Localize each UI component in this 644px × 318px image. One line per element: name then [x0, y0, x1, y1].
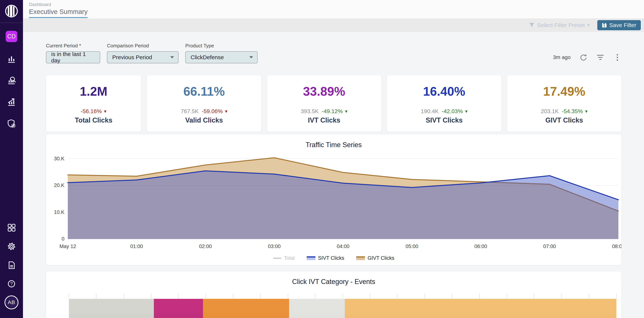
legend-item-sivt-clicks[interactable]: SIVT Clicks [307, 255, 344, 261]
app-window: CD [0, 0, 644, 318]
analytics-bars-icon[interactable] [6, 54, 16, 64]
bar-segment-2[interactable] [154, 299, 203, 318]
kpi-previous-value: 393.5K [301, 108, 318, 115]
page-title: Executive Summary [29, 8, 88, 18]
svg-text:?: ? [10, 281, 13, 287]
delta-down-icon: ▾ [585, 108, 588, 114]
chart-title: Click IVT Category - Events [46, 278, 622, 286]
delta-down-icon: ▾ [225, 108, 228, 114]
kpi-value: 1.2M [80, 85, 108, 98]
legend-label: SIVT Clicks [318, 255, 344, 261]
svg-text:08:00: 08:00 [612, 244, 622, 249]
preset-label: Select Filter Preset [537, 22, 585, 28]
legend-label: Total [284, 255, 295, 261]
svg-text:30.K: 30.K [54, 156, 64, 161]
kpi-previous-value: 767.5K [181, 108, 199, 115]
product-type-value: ClickDefense [190, 54, 224, 60]
apps-grid-icon[interactable] [6, 223, 16, 232]
filter-current-period: Current Period * is in the last 1 day [46, 43, 100, 63]
kpi-label: IVT Clicks [308, 116, 340, 124]
trend-up-icon[interactable] [6, 97, 16, 107]
current-period-field[interactable]: is in the last 1 day [46, 51, 100, 63]
current-period-value: is in the last 1 day [51, 51, 95, 64]
legend-swatch [273, 258, 281, 259]
filter-label: Comparison Period [107, 43, 178, 49]
kpi-label: GIVT Clicks [545, 116, 583, 124]
kpi-value: 66.11% [184, 85, 225, 98]
shield-settings-icon[interactable] [6, 119, 16, 128]
bar-segment-3[interactable] [203, 299, 289, 318]
legend-item-total[interactable]: Total [273, 255, 295, 261]
svg-text:02:00: 02:00 [199, 244, 212, 249]
breadcrumb: Dashboard [29, 2, 644, 7]
main-area: Dashboard Executive Summary Select Filte… [23, 0, 644, 318]
kpi-value: 17.49% [543, 85, 585, 98]
bar-gridlines [69, 294, 616, 299]
kpi-label: Total Clicks [75, 116, 112, 124]
chevron-down-icon: ▾ [588, 22, 590, 28]
kebab-menu-icon[interactable] [613, 53, 622, 61]
document-icon[interactable] [6, 260, 16, 270]
dropdown-caret-icon [249, 56, 253, 58]
svg-text:06:00: 06:00 [474, 244, 487, 249]
kpi-delta: -56.16% [81, 108, 102, 115]
save-floppy-icon [602, 23, 607, 28]
save-filter-label: Save Filter [609, 22, 636, 28]
kpi-delta: -59.06% [202, 108, 223, 115]
kpi-delta: -54.35% [562, 108, 583, 115]
traffic-time-series-chart: 010.K20.K30.KMay 1201:0002:0003:0004:000… [46, 149, 622, 254]
comparison-period-value: Previous Period [112, 54, 152, 60]
product-type-select[interactable]: ClickDefense [185, 51, 258, 63]
funnel-icon [529, 23, 534, 28]
filter-label: Product Type [185, 43, 258, 49]
chart-title: Traffic Time Series [46, 141, 622, 149]
filter-product-type: Product Type ClickDefense [185, 43, 258, 63]
kpi-label: Valid Clicks [185, 116, 223, 124]
filter-lines-icon[interactable] [596, 53, 604, 61]
svg-text:10.K: 10.K [54, 209, 64, 215]
kpi-label: SIVT Clicks [426, 116, 463, 124]
kpi-card-valid-clicks: 66.11% 767.5K -59.06% ▾ Valid Clicks [147, 75, 261, 132]
svg-text:May 12: May 12 [60, 244, 76, 249]
svg-text:04:00: 04:00 [337, 244, 350, 249]
help-icon[interactable]: ? [6, 279, 16, 289]
sidebar: CD [0, 0, 23, 318]
filter-toolbar: Select Filter Preset ▾ Save Filter [23, 18, 644, 32]
kpi-value: 16.40% [423, 85, 465, 98]
comparison-period-select[interactable]: Previous Period [107, 51, 178, 63]
bar-segment-1[interactable] [69, 299, 154, 318]
kpi-previous-value: 190.4K [421, 108, 439, 115]
explore-search-icon[interactable] [6, 76, 16, 85]
workspace-badge[interactable]: CD [6, 31, 17, 42]
click-ivt-category-card: Click IVT Category - Events [46, 271, 622, 318]
page-header: Dashboard Executive Summary [23, 0, 644, 18]
filter-row: Current Period * is in the last 1 day Co… [46, 43, 622, 63]
kpi-card-givt-clicks: 17.49% 203.1K -54.35% ▾ GIVT Clicks [507, 75, 622, 132]
legend-label: GIVT Clicks [368, 255, 394, 261]
delta-down-icon: ▾ [465, 108, 468, 114]
kpi-card-sivt-clicks: 16.40% 190.4K -42.03% ▾ SIVT Clicks [387, 75, 502, 132]
save-filter-button[interactable]: Save Filter [597, 20, 641, 30]
legend-swatch [307, 256, 316, 260]
kpi-card-ivt-clicks: 33.89% 393.5K -49.12% ▾ IVT Clicks [267, 75, 382, 132]
kpi-delta: -42.03% [442, 108, 463, 115]
brand-logo-icon[interactable] [4, 4, 18, 18]
user-avatar[interactable]: AB [4, 296, 18, 309]
chart-legend: Total SIVT Clicks GIVT Clicks [46, 255, 622, 261]
dropdown-caret-icon [170, 56, 174, 58]
bar-segment-4[interactable] [289, 299, 345, 318]
legend-item-givt-clicks[interactable]: GIVT Clicks [356, 255, 394, 261]
delta-down-icon: ▾ [104, 108, 106, 114]
last-refresh-time: 3m ago [553, 54, 570, 60]
traffic-time-series-card: Traffic Time Series 010.K20.K30.KMay 120… [46, 135, 622, 265]
select-filter-preset[interactable]: Select Filter Preset ▾ [529, 22, 590, 28]
stacked-bar [69, 299, 616, 318]
stacked-bar-plot [69, 294, 616, 318]
refresh-icon[interactable] [579, 53, 588, 61]
svg-text:0: 0 [62, 236, 64, 242]
settings-gear-icon[interactable] [6, 242, 16, 251]
dashboard-content: Current Period * is in the last 1 day Co… [23, 32, 644, 318]
svg-text:05:00: 05:00 [406, 244, 418, 249]
bar-segment-5[interactable] [345, 299, 616, 318]
filter-label: Current Period * [46, 43, 100, 49]
